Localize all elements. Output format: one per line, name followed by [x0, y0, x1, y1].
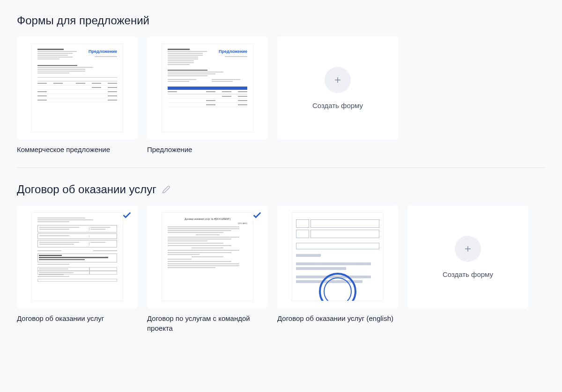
- plus-icon: [463, 244, 473, 254]
- create-form-label: Создать форму: [443, 270, 493, 278]
- template-card: Договор об оказании услуг: [17, 205, 138, 333]
- doc-preview: [292, 212, 384, 301]
- template-preview-service-contract[interactable]: [17, 205, 138, 308]
- template-preview-proposal[interactable]: Предложение: [147, 36, 268, 139]
- section-contracts: Договор об оказании услуг: [17, 183, 545, 333]
- section-title-proposals: Формы для предложений: [17, 14, 149, 27]
- section-divider: [17, 167, 545, 168]
- template-label: Договор об оказании услуг (english): [277, 314, 398, 323]
- template-label: Договор по услугам с командой проекта: [147, 314, 268, 333]
- plus-icon: [333, 75, 342, 85]
- create-form-button[interactable]: Создать форму: [407, 205, 528, 308]
- create-form-label: Создать форму: [312, 102, 363, 109]
- doc-heading: Предложение: [85, 49, 117, 55]
- template-preview-service-contract-english[interactable]: [277, 205, 398, 308]
- plus-icon-circle: [325, 67, 351, 93]
- checkmark-icon: [252, 210, 262, 220]
- template-card: Предложение: [17, 36, 138, 154]
- template-label: Предложение: [147, 145, 268, 154]
- section-header: Формы для предложений: [17, 14, 545, 27]
- doc-preview: Договор оказания услуг № #[DOCUMENT] #[D…: [162, 212, 253, 301]
- doc-preview: Предложение: [162, 44, 253, 132]
- template-preview-team-service-contract[interactable]: Договор оказания услуг № #[DOCUMENT] #[D…: [147, 205, 268, 308]
- template-card: Договор об оказании услуг (english): [277, 205, 398, 333]
- checkmark-icon: [122, 210, 132, 220]
- doc-preview: Предложение: [31, 44, 123, 132]
- section-title-contracts: Договор об оказании услуг: [17, 183, 156, 196]
- template-label: Договор об оказании услуг: [17, 314, 138, 323]
- plus-icon-circle: [455, 236, 481, 262]
- cards-row: Предложение: [17, 36, 545, 154]
- cards-row: Договор об оказании услуг Договор оказан…: [17, 205, 545, 333]
- template-label: Коммерческое предложение: [17, 145, 138, 154]
- create-form-button[interactable]: Создать форму: [277, 36, 398, 139]
- section-header: Договор об оказании услуг: [17, 183, 545, 196]
- section-proposals: Формы для предложений Пр: [17, 14, 545, 154]
- template-preview-commercial-proposal[interactable]: Предложение: [17, 36, 138, 139]
- doc-heading: Предложение: [215, 49, 247, 55]
- template-card: Договор оказания услуг № #[DOCUMENT] #[D…: [147, 205, 268, 333]
- edit-icon[interactable]: [162, 185, 170, 194]
- template-card: Предложение: [147, 36, 268, 154]
- doc-preview: [31, 212, 123, 301]
